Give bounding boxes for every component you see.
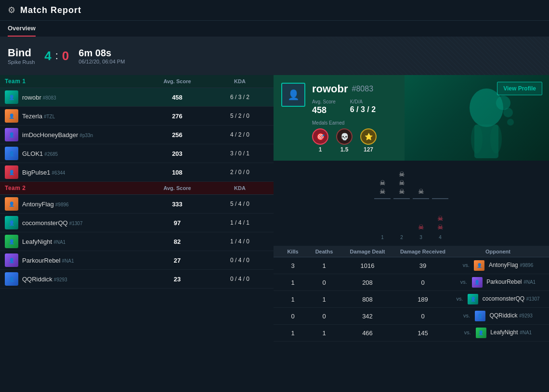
team2-label: Team 2 <box>5 185 144 191</box>
team2-player-row[interactable]: 👤 QQRiddick #9293 23 0 / 4 / 0 <box>0 270 274 289</box>
player-tag: #NA1 <box>62 258 74 264</box>
player-avatar: 👤 <box>5 216 18 229</box>
stats-row: 3 1 1016 39 vs. 👤 AntonyFlag #9896 <box>274 257 549 274</box>
stat-opponent: vs. 👤 AntonyFlag #9896 <box>452 260 544 271</box>
player-kda: 2 / 0 / 0 <box>211 169 269 176</box>
team1-col-avg: Avg. Score <box>144 78 211 84</box>
kda-block: K/D/A 6 / 3 / 2 <box>350 99 376 115</box>
avg-score-label: Avg. Score <box>312 99 336 104</box>
map-name: Bind <box>8 47 35 59</box>
kda-value: 6 / 3 / 2 <box>350 105 376 114</box>
player-name-block: AntonyFlag #9896 <box>22 201 144 208</box>
player-avatar: 👤 <box>5 90 18 104</box>
player-name: QQRiddick <box>22 276 52 283</box>
team1-player-row[interactable]: 👤 rowobr #8083 458 6 / 3 / 2 <box>0 88 274 107</box>
nav: Overview <box>0 21 549 37</box>
team2-player-row[interactable]: 👤 cocomonsterQQ #1307 97 1 / 4 / 1 <box>0 214 274 232</box>
player-score: 82 <box>144 238 211 245</box>
player-name-block: ParkourRebel #NA1 <box>22 257 144 264</box>
tab-overview[interactable]: Overview <box>8 21 36 37</box>
opp-tag: #NA1 <box>520 330 532 335</box>
player-name-block: BigPulse1 #6344 <box>22 169 144 176</box>
stat-opponent: vs. 👤 LeafyNight #NA1 <box>452 328 544 338</box>
team2-player-row[interactable]: 👤 LeafyNight #NA1 82 1 / 4 / 0 <box>0 232 274 251</box>
player-kda: 5 / 2 / 0 <box>211 113 269 119</box>
stats-row: 1 1 808 189 vs. 👤 cocomonsterQQ #1307 <box>274 291 549 308</box>
stat-dmg-recv: 39 <box>394 262 452 269</box>
profile-stats-row: Avg. Score 458 K/D/A 6 / 3 / 2 <box>312 99 541 115</box>
player-name-block: cocomonsterQQ #1307 <box>22 219 144 227</box>
round-divider <box>432 198 448 199</box>
map-mode: Spike Rush <box>8 59 35 65</box>
player-name-block: rowobr #8083 <box>22 94 144 101</box>
player-avatar: 👤 <box>5 147 18 160</box>
col-header-kills: Kills <box>278 249 307 254</box>
app-icon: ⚙ <box>8 5 15 15</box>
deaths-stack: ☠ <box>418 202 424 231</box>
avg-score-block: Avg. Score 458 <box>312 99 336 115</box>
stat-opponent: vs. 👤 ParkourRebel #NA1 <box>452 277 544 288</box>
medal-count: 1 <box>319 146 322 153</box>
player-name-block: imDocHoneyBadger #p33n <box>22 131 144 139</box>
stat-deaths: 0 <box>307 313 341 320</box>
col-header-deaths: Deaths <box>307 249 341 254</box>
stat-kills: 0 <box>278 313 307 320</box>
opp-tag: #NA1 <box>523 279 536 285</box>
player-tag: #NA1 <box>53 240 65 245</box>
round-number: 3 <box>419 235 422 240</box>
team1-player-row[interactable]: 👤 Tezerla #TZL 276 5 / 2 / 0 <box>0 107 274 126</box>
player-name: AntonyFlag <box>22 201 54 208</box>
player-kda: 1 / 4 / 0 <box>211 238 269 245</box>
match-duration: 6m 08s <box>78 48 125 59</box>
opp-avatar: 👤 <box>472 277 483 288</box>
death-skull: ☠ <box>437 215 444 222</box>
round-divider <box>413 198 429 199</box>
team1-player-row[interactable]: 👤 imDocHoneyBadger #p33n 256 4 / 2 / 0 <box>0 126 274 144</box>
player-name-block: QQRiddick #9293 <box>22 276 144 283</box>
medals-row: 🎯 1 💀 1.5 ⭐ 127 <box>312 128 541 153</box>
player-name: imDocHoneyBadger <box>22 131 78 139</box>
player-score: 27 <box>144 257 211 264</box>
player-name-block: GLOK1 #2685 <box>22 150 144 157</box>
medal: 🎯 1 <box>312 128 328 153</box>
death-skull: ☠ <box>418 223 424 231</box>
col-header-opp: Opponent <box>452 249 544 254</box>
stat-opponent: vs. 👤 QQRiddick #9293 <box>452 311 544 321</box>
team1-player-row[interactable]: 👤 BigPulse1 #6344 108 2 / 0 / 0 <box>0 163 274 182</box>
team1-col-kda: KDA <box>211 78 269 84</box>
vs-label: vs. <box>456 296 463 302</box>
main-layout: Team 1 Avg. Score KDA 👤 rowobr #8083 458… <box>0 75 549 341</box>
vs-label: vs. <box>464 329 471 335</box>
round-number: 4 <box>439 235 442 240</box>
opp-avatar: 👤 <box>474 260 484 271</box>
team2-player-row[interactable]: 👤 AntonyFlag #9896 333 5 / 4 / 0 <box>0 195 274 214</box>
kill-graph: ☠☠1☠☠☠2☠☠3☠☠4 <box>274 161 549 246</box>
player-name: ParkourRebel <box>22 257 61 264</box>
view-profile-button[interactable]: View Profile <box>497 82 542 95</box>
team1-player-row[interactable]: 👤 GLOK1 #2685 203 3 / 0 / 1 <box>0 144 274 163</box>
player-avatar: 👤 <box>5 235 18 248</box>
player-name-block: LeafyNight #NA1 <box>22 238 144 245</box>
player-name: Tezerla <box>22 113 42 120</box>
player-avatar: 👤 <box>5 272 18 286</box>
player-score: 333 <box>144 201 211 208</box>
kill-skull: ☠ <box>399 188 405 195</box>
scoreboard: Team 1 Avg. Score KDA 👤 rowobr #8083 458… <box>0 75 274 341</box>
kill-skull: ☠ <box>418 188 424 195</box>
team1-label: Team 1 <box>5 78 144 85</box>
player-tag: #p33n <box>79 133 93 138</box>
vs-label: vs. <box>460 279 467 285</box>
player-avatar: 👤 <box>5 109 18 123</box>
team2-player-row[interactable]: 👤 ParkourRebel #NA1 27 0 / 4 / 0 <box>0 251 274 270</box>
round-col: ☠☠☠2 <box>392 166 411 240</box>
player-name: GLOK1 <box>22 150 43 157</box>
team2-col-avg: Avg. Score <box>144 185 211 191</box>
kill-skull: ☠ <box>379 179 386 187</box>
player-kda: 4 / 2 / 0 <box>211 131 269 138</box>
kills-stack: ☠☠ <box>379 166 386 195</box>
opp-tag: #1307 <box>526 296 540 302</box>
player-name: BigPulse1 <box>22 169 51 176</box>
stat-opponent: vs. 👤 cocomonsterQQ #1307 <box>452 294 544 304</box>
kill-skull: ☠ <box>399 170 405 178</box>
player-score: 276 <box>144 113 211 120</box>
